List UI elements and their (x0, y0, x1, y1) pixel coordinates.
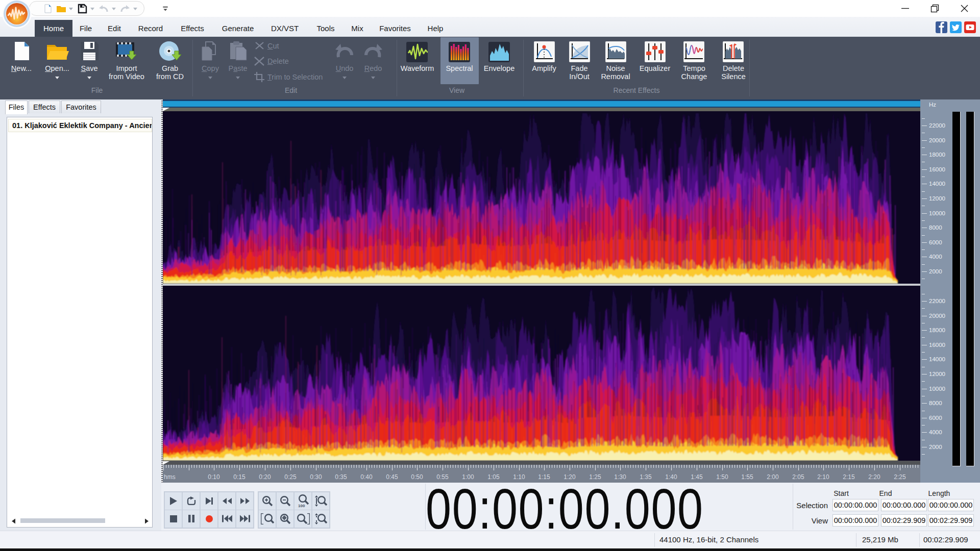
svg-text:100: 100 (298, 504, 305, 508)
